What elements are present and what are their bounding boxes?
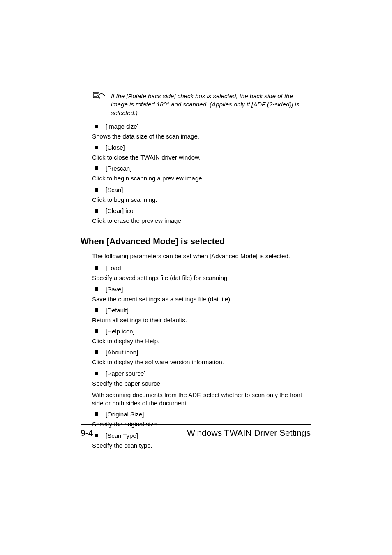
bullet-description: Click to display the Help. <box>92 337 310 345</box>
bullet-item: [Load] <box>92 264 310 271</box>
bullet-label: [Help icon] <box>106 328 135 335</box>
bullet-label: [Scan] <box>106 186 123 193</box>
square-bullet-icon <box>95 287 98 291</box>
bullet-item: [Save] <box>92 286 310 293</box>
square-bullet-icon <box>95 329 98 333</box>
bullet-description: Click to close the TWAIN driver window. <box>92 153 310 162</box>
bullet-label: [Prescan] <box>106 165 131 172</box>
bullet-label: [Load] <box>106 264 123 271</box>
bullet-label: [Original Size] <box>106 411 144 418</box>
note-block: If the [Rotate back side] check box is s… <box>92 92 310 117</box>
footer-rule <box>81 424 311 425</box>
bullet-description: Save the current settings as a settings … <box>92 295 310 303</box>
bullet-label: [Clear] icon <box>106 207 137 214</box>
square-bullet-icon <box>95 350 98 354</box>
bullet-description: Click to begin scanning a preview image. <box>92 174 310 183</box>
page-footer: 9-4 Windows TWAIN Driver Settings <box>81 424 311 438</box>
content-area: If the [Rotate back side] check box is s… <box>92 92 310 453</box>
bullet-label: [Default] <box>106 307 129 314</box>
square-bullet-icon <box>95 266 98 270</box>
bullet-item: [Prescan] <box>92 165 310 172</box>
document-page: If the [Rotate back side] check box is s… <box>0 0 392 555</box>
bullet-item: [About icon] <box>92 349 310 356</box>
page-number: 9-4 <box>81 428 93 438</box>
bullet-description: Return all settings to their defaults. <box>92 316 310 324</box>
bullet-description: Click to display the software version in… <box>92 358 310 366</box>
square-bullet-icon <box>95 372 98 375</box>
bullet-label: [Paper source] <box>106 370 146 377</box>
bullet-label: [Image size] <box>106 123 139 130</box>
note-text: If the [Rotate back side] check box is s… <box>111 92 310 117</box>
bullet-item: [Scan] <box>92 186 310 193</box>
square-bullet-icon <box>95 412 98 416</box>
bullet-item: [Image size] <box>92 123 310 130</box>
square-bullet-icon <box>95 146 98 149</box>
bullet-description: Click to begin scanning. <box>92 196 310 204</box>
bullet-item: [Close] <box>92 144 310 151</box>
footer-title: Windows TWAIN Driver Settings <box>187 428 311 438</box>
bullet-item: [Help icon] <box>92 328 310 335</box>
bullet-item: [Original Size] <box>92 411 310 418</box>
bullet-description: Specify the scan type. <box>92 442 310 450</box>
bullet-description: Specify the paper source. <box>92 379 310 388</box>
bullet-item: [Paper source] <box>92 370 310 377</box>
bullet-item: [Clear] icon <box>92 207 310 214</box>
square-bullet-icon <box>95 188 98 192</box>
bullet-description: Specify a saved settings file (dat file)… <box>92 274 310 282</box>
note-icon <box>92 90 106 101</box>
bullet-label: [Close] <box>106 144 125 151</box>
bullet-item: [Default] <box>92 307 310 314</box>
square-bullet-icon <box>95 209 98 213</box>
section2-list: [Load] Specify a saved settings file (da… <box>92 264 310 450</box>
section-heading: When [Advanced Mode] is selected <box>81 236 310 246</box>
bullet-description: Shows the data size of the scan image. <box>92 132 310 141</box>
section-intro: The following parameters can be set when… <box>92 252 310 260</box>
square-bullet-icon <box>95 166 98 170</box>
square-bullet-icon <box>95 308 98 312</box>
footer-row: 9-4 Windows TWAIN Driver Settings <box>81 428 311 438</box>
bullet-description-extra: With scanning documents from the ADF, se… <box>92 391 310 408</box>
square-bullet-icon <box>95 125 98 128</box>
bullet-label: [About icon] <box>106 349 138 356</box>
section1-list: [Image size] Shows the data size of the … <box>92 123 310 225</box>
bullet-description: Click to erase the preview image. <box>92 217 310 225</box>
bullet-label: [Save] <box>106 286 123 293</box>
